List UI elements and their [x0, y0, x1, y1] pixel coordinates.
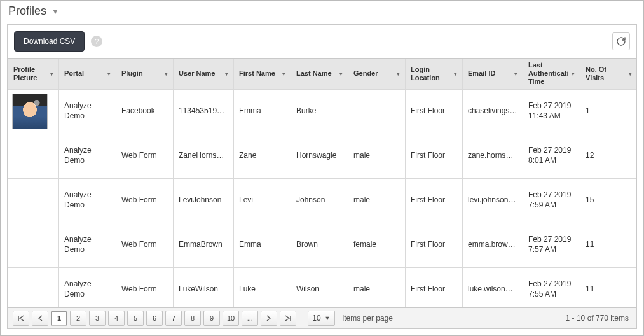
- pager-first-button[interactable]: [13, 311, 29, 326]
- column-menu-icon[interactable]: ▾: [395, 69, 401, 78]
- col-header-auth[interactable]: Last Authentication Time▾: [523, 59, 580, 89]
- cell-text: 11: [580, 279, 636, 300]
- cell-fname: Emma: [234, 89, 291, 134]
- table-row[interactable]: Analyze DemoWeb FormLukeWilsonLukeWilson…: [8, 267, 637, 307]
- column-menu-icon[interactable]: ▾: [106, 69, 112, 78]
- col-header-lname[interactable]: Last Name▾: [291, 59, 348, 89]
- column-menu-icon[interactable]: ▾: [281, 69, 287, 78]
- col-header-portal[interactable]: Portal▾: [59, 59, 116, 89]
- cell-text: Facebook: [116, 101, 173, 122]
- cell-auth: Feb 27 2019 7:59 AM: [523, 178, 580, 223]
- cell-text: Analyze Demo: [59, 185, 116, 215]
- table-row[interactable]: Analyze DemoWeb FormLeviJohnsonLeviJohns…: [8, 178, 637, 223]
- column-menu-icon[interactable]: ▾: [453, 69, 458, 78]
- cell-text: Emma: [234, 235, 291, 255]
- table-head: Profile Picture▾Portal▾Plugin▾User Name▾…: [8, 59, 637, 89]
- cell-lname: Brown: [291, 223, 348, 267]
- pager-page-10[interactable]: 10: [223, 311, 239, 326]
- cell-text: LeviJohnson: [174, 190, 233, 211]
- pager-page-1[interactable]: 1: [51, 311, 67, 326]
- cell-plugin: Web Form: [116, 134, 174, 178]
- pager-page-3[interactable]: 3: [89, 311, 106, 326]
- download-csv-button[interactable]: Download CSV: [14, 31, 85, 52]
- cell-text: Brown: [291, 235, 348, 255]
- cell-text: 1: [580, 101, 636, 122]
- col-header-pic[interactable]: Profile Picture▾: [8, 59, 59, 89]
- pager-next-button[interactable]: [261, 311, 277, 326]
- cell-lname: Burke: [291, 89, 348, 134]
- toolbar: Download CSV ?: [8, 25, 636, 58]
- cell-text: Burke: [291, 101, 348, 122]
- col-header-uname[interactable]: User Name▾: [174, 59, 234, 89]
- cell-lname: Johnson: [291, 178, 348, 223]
- cell-pic: [8, 267, 59, 307]
- column-menu-icon[interactable]: ▾: [163, 69, 169, 78]
- col-header-plugin[interactable]: Plugin▾: [116, 59, 174, 89]
- column-menu-icon[interactable]: ▾: [49, 69, 55, 78]
- cell-gender: male: [348, 178, 406, 223]
- pager-page-5[interactable]: 5: [127, 311, 144, 326]
- table-body: Analyze DemoFacebook113453519526...EmmaB…: [8, 89, 637, 307]
- cell-text: LukeWilson: [174, 279, 233, 300]
- cell-portal: Analyze Demo: [59, 89, 116, 134]
- cell-gender: male: [348, 267, 406, 307]
- pager-last-button[interactable]: [280, 311, 296, 326]
- pager-page-6[interactable]: 6: [146, 311, 163, 326]
- page-size-select[interactable]: 10 ▼: [308, 311, 334, 326]
- column-menu-icon[interactable]: ▾: [338, 69, 344, 78]
- cell-text: Feb 27 2019 11:43 AM: [523, 96, 580, 126]
- col-header-gender[interactable]: Gender▾: [348, 59, 406, 89]
- col-header-label: No. Of Visits: [586, 66, 625, 82]
- cell-plugin: Facebook: [116, 89, 174, 134]
- cell-text: First Floor: [406, 101, 462, 122]
- refresh-button[interactable]: [612, 32, 630, 50]
- cell-text: First Floor: [406, 279, 462, 300]
- col-header-loc[interactable]: Login Location▾: [406, 59, 463, 89]
- table-row[interactable]: Analyze DemoFacebook113453519526...EmmaB…: [8, 89, 637, 134]
- pager-prev-button[interactable]: [32, 311, 48, 326]
- cell-pic: [8, 223, 59, 267]
- cell-text: ZaneHornswagle: [174, 146, 233, 166]
- cell-text: Levi: [234, 190, 291, 211]
- cell-pic: [8, 134, 59, 178]
- help-icon[interactable]: ?: [91, 36, 102, 47]
- column-menu-icon[interactable]: ▾: [627, 69, 633, 78]
- table-row[interactable]: Analyze DemoWeb FormEmmaBrownEmmaBrownfe…: [8, 223, 637, 267]
- cell-fname: Emma: [234, 223, 291, 267]
- title-dropdown-caret[interactable]: ▼: [51, 7, 59, 16]
- cell-email: zane.hornswagl...: [463, 134, 523, 178]
- chevron-down-icon: ▼: [325, 315, 331, 321]
- column-menu-icon[interactable]: ▾: [570, 69, 576, 78]
- col-header-fname[interactable]: First Name▾: [234, 59, 291, 89]
- pager-page-2[interactable]: 2: [70, 311, 86, 326]
- pager-page-8[interactable]: 8: [184, 311, 201, 326]
- pager-page-4[interactable]: 4: [108, 311, 125, 326]
- column-menu-icon[interactable]: ▾: [224, 69, 230, 78]
- cell-gender: [348, 89, 406, 134]
- pager-ellipsis[interactable]: ...: [242, 311, 258, 326]
- col-header-email[interactable]: Email ID▾: [463, 59, 523, 89]
- cell-loc: First Floor: [406, 134, 463, 178]
- cell-loc: First Floor: [406, 267, 463, 307]
- profiles-card: Download CSV ? Profile Picture▾Portal▾Pl…: [7, 24, 637, 329]
- cell-text: Johnson: [291, 190, 348, 211]
- col-header-visits[interactable]: No. Of Visits▾: [580, 59, 637, 89]
- cell-fname: Zane: [234, 134, 291, 178]
- next-page-icon: [266, 315, 271, 321]
- cell-text: Analyze Demo: [59, 96, 116, 126]
- column-menu-icon[interactable]: ▾: [513, 69, 519, 78]
- cell-text: First Floor: [406, 235, 462, 255]
- table-row[interactable]: Analyze DemoWeb FormZaneHornswagleZaneHo…: [8, 134, 637, 178]
- grid-wrap: Profile Picture▾Portal▾Plugin▾User Name▾…: [8, 58, 636, 328]
- pager-page-7[interactable]: 7: [165, 311, 182, 326]
- grid-scroll-area[interactable]: Profile Picture▾Portal▾Plugin▾User Name▾…: [8, 59, 636, 307]
- cell-text: Feb 27 2019 7:57 AM: [523, 230, 580, 260]
- cell-text: Feb 27 2019 7:55 AM: [523, 274, 580, 304]
- cell-text: Feb 27 2019 8:01 AM: [523, 141, 580, 171]
- cell-text: First Floor: [406, 146, 462, 166]
- col-header-label: Email ID: [468, 69, 495, 78]
- pager-page-9[interactable]: 9: [203, 311, 220, 326]
- cell-text: Web Form: [116, 190, 173, 211]
- cell-portal: Analyze Demo: [59, 223, 116, 267]
- pager-summary: 1 - 10 of 770 items: [566, 314, 631, 323]
